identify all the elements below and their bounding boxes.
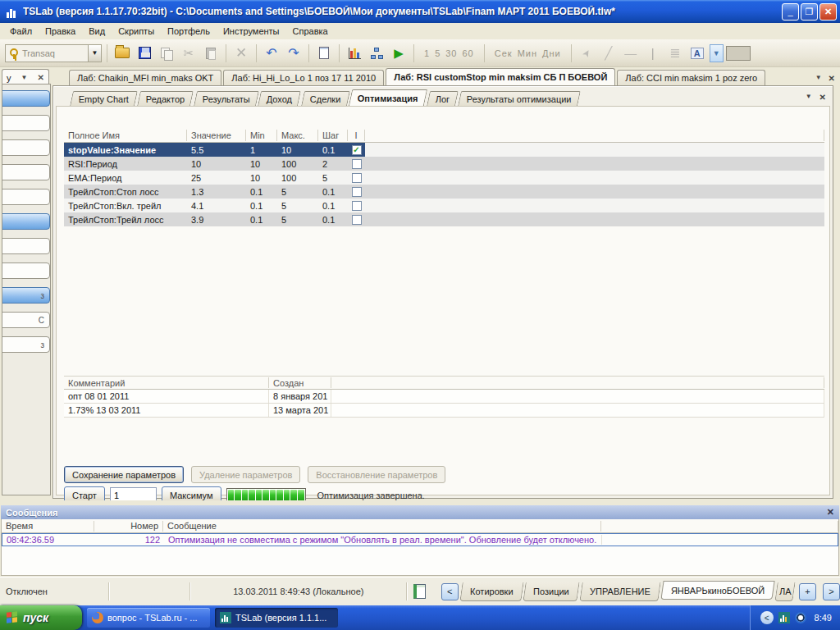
transaq-dropdown-icon[interactable]: ▼ [88, 45, 101, 62]
lab-tab[interactable]: Лаб: RSI customStop min maksim СБ П БОЕВ… [386, 68, 615, 85]
table-row[interactable]: ТрейлСтоп:Стоп лосс1.30.150.1 [64, 185, 824, 199]
cut-button[interactable]: ✂ [179, 43, 199, 63]
save-parameters-button[interactable]: Сохранение параметров [64, 466, 184, 483]
taskbar-task-button[interactable]: вопрос - TSLab.ru - ... [87, 608, 210, 628]
tray-app-icon[interactable] [795, 612, 806, 623]
sidebar-script-button[interactable] [2, 139, 50, 156]
column-header[interactable]: Шаг [318, 130, 348, 141]
journal-book-icon[interactable] [413, 584, 426, 599]
checkbox-cell[interactable] [348, 199, 365, 212]
saved-set-row[interactable]: 1.73% 13 03 201113 марта 201 [64, 404, 824, 418]
script-scheme-button[interactable] [367, 43, 386, 63]
sidebar-script-button[interactable]: з [2, 287, 50, 304]
copy-button[interactable] [157, 43, 176, 63]
add-tab-button[interactable]: + [799, 583, 816, 600]
minimize-button[interactable]: _ [782, 3, 799, 21]
menu-item[interactable]: Файл [3, 25, 39, 38]
checkbox-cell[interactable] [348, 157, 365, 171]
checkbox-cell[interactable] [348, 212, 365, 226]
menu-item[interactable]: Инструменты [217, 25, 286, 38]
column-header[interactable]: Создан [269, 377, 331, 388]
save-button[interactable] [135, 43, 154, 63]
table-row[interactable]: RSI:Период10101002 [64, 157, 824, 171]
sidebar-script-button[interactable] [2, 164, 50, 180]
properties-button[interactable] [314, 43, 334, 63]
parameter-checkbox[interactable] [352, 187, 362, 197]
sidebar-script-button[interactable] [2, 189, 50, 205]
checkbox-cell[interactable] [348, 185, 365, 199]
paste-button[interactable] [201, 43, 221, 63]
lab-inner-tab[interactable]: Редактор [137, 91, 194, 106]
cursor-tool-button[interactable]: ➤ [577, 43, 596, 63]
color-preview-box[interactable] [726, 46, 751, 61]
message-row[interactable]: 08:42:36.59122Оптимизация не совместима … [2, 533, 838, 546]
table-row[interactable]: ТрейлСтоп:Трейл лосс3.90.150.1 [64, 212, 824, 226]
delete-parameters-button[interactable]: Удаление параметров [191, 466, 300, 483]
parameter-checkbox[interactable]: ✓ [352, 145, 362, 155]
chart-view-button[interactable] [345, 43, 364, 63]
messages-close-icon[interactable]: ✕ [827, 507, 834, 518]
docked-panel-tab[interactable]: у ▼ ✕ [2, 69, 49, 85]
column-header[interactable]: Макс. [277, 130, 318, 141]
parameter-checkbox[interactable] [352, 215, 362, 225]
restore-parameters-button[interactable]: Восстановление параметров [308, 466, 445, 483]
tslab-tray-icon[interactable] [778, 612, 790, 623]
workspace-tab[interactable]: ЛА [774, 582, 795, 601]
sidebar-script-button[interactable]: С [2, 312, 50, 328]
column-header[interactable]: Комментарий [64, 377, 269, 388]
column-header[interactable]: Номер [94, 521, 163, 532]
unit-button[interactable]: Мин [515, 48, 540, 58]
fibo-levels-button[interactable]: ≣ [665, 43, 685, 63]
unit-button[interactable]: Дни [540, 48, 564, 58]
lab-inner-tab[interactable]: Empty Chart [70, 91, 138, 106]
table-row[interactable]: ТрейлСтоп:Вкл. трейл4.10.150.1 [64, 199, 824, 212]
run-button[interactable]: ▶ [389, 43, 409, 63]
trend-line-button[interactable]: ╱ [599, 43, 619, 63]
unit-button[interactable]: Сек [492, 48, 515, 58]
restore-button[interactable]: ❐ [801, 3, 818, 21]
sidebar-script-button[interactable] [2, 213, 50, 230]
sidebar-script-button[interactable]: з [2, 336, 50, 353]
column-header[interactable]: Сообщение [163, 521, 601, 532]
redo-button[interactable]: ↷ [284, 43, 304, 63]
lab-tab[interactable]: Лаб: Hi_Hi_Lo_Lo 1 поз 17 11 2010 [223, 70, 384, 85]
workspace-tab[interactable]: УПРАВЛЕНИЕ [579, 582, 660, 601]
parameter-checkbox[interactable] [352, 159, 362, 169]
lab-tab[interactable]: Лаб: Chaikin_MFI min_maks OKT [69, 70, 221, 85]
sidebar-script-button[interactable] [2, 262, 50, 279]
lab-inner-tab[interactable]: Доход [258, 91, 302, 106]
interval-button[interactable]: 5 [432, 48, 443, 58]
text-label-button[interactable]: A [687, 43, 707, 63]
menu-item[interactable]: Скрипты [112, 25, 161, 38]
inner-tab-close-icon[interactable]: ✕ [819, 93, 826, 102]
table-row[interactable]: stopValue:Значение5.51100.1✓ [64, 143, 824, 157]
column-header[interactable]: I [348, 130, 365, 141]
checkbox-cell[interactable] [348, 171, 365, 185]
lab-inner-tab[interactable]: Оптимизация [349, 89, 427, 106]
interval-button[interactable]: 1 [422, 48, 432, 58]
column-header[interactable]: Время [2, 521, 94, 532]
workspace-tab[interactable]: Котировки [459, 582, 523, 601]
column-header[interactable]: Полное Имя [64, 130, 187, 141]
lab-inner-tab[interactable]: Результаты [194, 91, 259, 106]
column-header[interactable]: Значение [187, 130, 246, 141]
unit-buttons[interactable]: СекМинДни [490, 48, 566, 58]
taskbar-task-button[interactable]: TSLab (версия 1.1.1... [215, 608, 338, 628]
menu-item[interactable]: Вид [82, 25, 112, 38]
lab-inner-tab[interactable]: Сделки [301, 91, 349, 106]
menu-item[interactable]: Портфель [161, 25, 217, 38]
tabs-scroll-left-button[interactable]: < [441, 583, 459, 600]
sidebar-script-button[interactable] [2, 238, 50, 254]
color-dropdown-button[interactable]: ▼ [710, 44, 724, 62]
workspace-tab[interactable]: ЯНВАРЬкиноБОЕВОЙ [660, 581, 775, 600]
open-file-button[interactable] [112, 43, 132, 63]
parameter-checkbox[interactable] [352, 173, 362, 183]
parameter-checkbox[interactable] [352, 201, 362, 211]
menu-item[interactable]: Справка [286, 25, 335, 38]
close-button[interactable]: ✕ [819, 3, 837, 21]
sidebar-script-button[interactable] [2, 90, 50, 107]
menu-item[interactable]: Правка [39, 25, 82, 38]
tray-chevron-icon[interactable]: < [760, 611, 774, 624]
tab-list-dropdown-icon[interactable]: ▼ [815, 74, 822, 83]
transaq-connection-combo[interactable]: Transaq ▼ [5, 44, 102, 62]
